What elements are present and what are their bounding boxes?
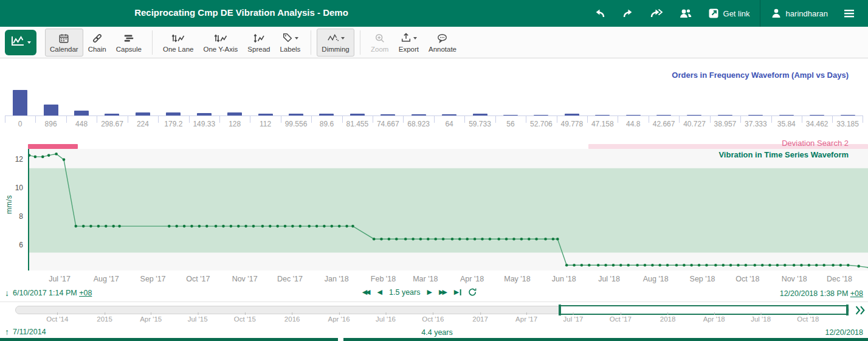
data-point[interactable] xyxy=(89,225,92,228)
data-point[interactable] xyxy=(761,264,764,267)
data-point[interactable] xyxy=(580,264,584,267)
timezone-link[interactable]: +08 xyxy=(79,289,92,297)
freq-bar-column[interactable] xyxy=(97,89,127,115)
data-point[interactable] xyxy=(183,225,186,228)
users-access-button[interactable] xyxy=(671,0,700,27)
data-point[interactable] xyxy=(857,265,860,268)
step-forward-fast-button[interactable]: ▶▶ xyxy=(439,288,447,296)
freq-bar-column[interactable] xyxy=(66,89,97,115)
data-point[interactable] xyxy=(291,225,294,228)
data-point[interactable] xyxy=(458,238,461,241)
freq-bar-column[interactable] xyxy=(740,89,771,115)
data-point[interactable] xyxy=(597,264,600,267)
data-point[interactable] xyxy=(41,156,44,159)
freq-bar-column[interactable] xyxy=(189,89,219,115)
data-point[interactable] xyxy=(105,225,108,228)
data-point[interactable] xyxy=(434,238,437,241)
data-point[interactable] xyxy=(308,225,311,228)
freq-bar-column[interactable] xyxy=(35,89,66,115)
data-point[interactable] xyxy=(442,238,445,241)
one-y-axis-button[interactable]: One Y-Axis xyxy=(198,29,243,57)
data-point[interactable] xyxy=(466,238,469,241)
worksheet-view-dropdown[interactable] xyxy=(5,30,36,55)
data-point[interactable] xyxy=(505,238,508,241)
data-point[interactable] xyxy=(284,225,287,228)
freq-bar[interactable] xyxy=(44,105,58,115)
data-point[interactable] xyxy=(205,225,208,228)
dimming-dropdown-button[interactable]: Dimming xyxy=(317,29,354,57)
undo-button[interactable] xyxy=(586,0,614,27)
data-point[interactable] xyxy=(351,225,354,228)
data-point[interactable] xyxy=(489,238,492,241)
freq-bar-column[interactable] xyxy=(158,89,188,115)
data-point[interactable] xyxy=(552,238,555,241)
investigate-range-start[interactable]: 7/11/2014 xyxy=(13,328,46,336)
freq-bar-column[interactable] xyxy=(128,89,158,115)
data-point[interactable] xyxy=(520,238,523,241)
display-range-duration[interactable]: 1.5 years xyxy=(389,288,420,297)
data-point[interactable] xyxy=(658,264,661,267)
data-point[interactable] xyxy=(808,264,811,267)
data-point[interactable] xyxy=(784,264,787,267)
freq-bar-column[interactable] xyxy=(495,89,526,115)
investigate-range-end[interactable]: 12/20/2018 xyxy=(825,328,863,337)
data-point[interactable] xyxy=(847,264,850,267)
freq-bar-column[interactable] xyxy=(219,89,250,115)
hamburger-menu-button[interactable] xyxy=(835,0,863,27)
data-point[interactable] xyxy=(404,238,407,241)
freq-bar-column[interactable] xyxy=(250,89,280,115)
range-start-arrow-icon[interactable]: ↓ xyxy=(5,288,9,298)
data-point[interactable] xyxy=(395,238,398,241)
data-point[interactable] xyxy=(839,264,842,267)
data-point[interactable] xyxy=(299,225,302,228)
data-point[interactable] xyxy=(800,264,803,267)
data-point[interactable] xyxy=(230,225,233,228)
data-point[interactable] xyxy=(331,225,334,228)
data-point[interactable] xyxy=(497,238,500,241)
data-point[interactable] xyxy=(345,225,348,228)
data-point[interactable] xyxy=(338,225,341,228)
freq-bar-column[interactable] xyxy=(403,89,433,115)
refresh-icon[interactable] xyxy=(467,288,477,297)
data-point[interactable] xyxy=(776,264,779,267)
step-back-button[interactable]: ◀ xyxy=(377,288,382,296)
data-point[interactable] xyxy=(619,264,622,267)
data-point[interactable] xyxy=(427,238,430,241)
data-point[interactable] xyxy=(722,264,725,267)
redo-button[interactable] xyxy=(614,0,642,27)
data-point[interactable] xyxy=(714,264,717,267)
data-point[interactable] xyxy=(315,225,319,228)
freq-bar-column[interactable] xyxy=(710,89,740,115)
freq-bar-column[interactable] xyxy=(281,89,311,115)
data-point[interactable] xyxy=(474,238,477,241)
data-point[interactable] xyxy=(745,264,748,267)
data-point[interactable] xyxy=(112,225,115,228)
data-point[interactable] xyxy=(34,156,37,159)
freq-bar-column[interactable] xyxy=(649,89,679,115)
series-legend-label[interactable]: Vibration in Time Series Waveform xyxy=(718,150,849,159)
freq-bar-column[interactable] xyxy=(342,89,373,115)
data-point[interactable] xyxy=(237,225,240,228)
timebar-selection[interactable] xyxy=(559,305,849,315)
data-point[interactable] xyxy=(29,154,30,157)
data-point[interactable] xyxy=(373,238,376,241)
data-point[interactable] xyxy=(588,264,591,267)
data-point[interactable] xyxy=(535,238,538,241)
data-point[interactable] xyxy=(175,225,178,228)
data-point[interactable] xyxy=(252,225,255,228)
get-link-button[interactable]: Get link xyxy=(700,0,757,27)
data-point[interactable] xyxy=(627,264,630,267)
freq-bar-column[interactable] xyxy=(311,89,342,115)
condition-capsule[interactable] xyxy=(28,144,78,149)
data-point[interactable] xyxy=(729,264,732,267)
data-point[interactable] xyxy=(832,264,835,267)
user-menu[interactable]: harindharan xyxy=(763,0,835,27)
data-point[interactable] xyxy=(793,264,796,267)
freq-bar-column[interactable] xyxy=(618,89,648,115)
data-point[interactable] xyxy=(97,225,100,228)
step-to-end-button[interactable]: ▶ xyxy=(454,288,461,296)
data-point[interactable] xyxy=(737,264,740,267)
export-dropdown-button[interactable]: Export xyxy=(394,29,424,57)
data-point[interactable] xyxy=(705,264,708,267)
data-point[interactable] xyxy=(644,264,647,267)
